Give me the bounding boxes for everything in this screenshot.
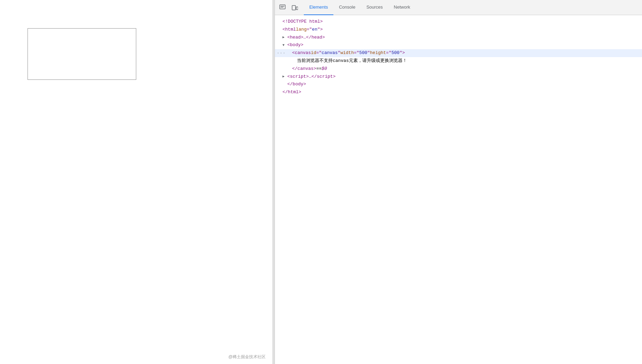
doctype-text: <!DOCTYPE html> — [282, 18, 323, 25]
dots-indicator: ··· — [277, 50, 286, 56]
device-toggle-button[interactable] — [289, 1, 301, 14]
html-attr-eq: =" — [307, 26, 312, 33]
html-close-line[interactable]: </html> — [275, 88, 642, 96]
script-tag: <script>…</script> — [287, 73, 335, 81]
body-tag: <body> — [287, 42, 303, 49]
triangle-head[interactable] — [282, 35, 287, 40]
canvas-close-tag: </canvas> — [292, 65, 316, 73]
head-line[interactable]: <head>…</head> — [275, 34, 642, 42]
canvas-dollar-ref: $0 — [322, 65, 327, 73]
canvas-eq1: =" — [316, 50, 322, 57]
body-line[interactable]: <body> — [275, 41, 642, 49]
tab-elements[interactable]: Elements — [304, 0, 333, 15]
canvas-id-close: " — [338, 50, 341, 57]
html-tag-open: <html — [282, 26, 296, 33]
canvas-text-line[interactable]: 当前浏览器不支持canvas元素，请升级或更换浏览器！ — [275, 57, 642, 65]
inspect-element-button[interactable] — [276, 1, 289, 14]
canvas-open-line[interactable]: ··· <canvas id="canvas" width="500" heig… — [275, 49, 642, 57]
canvas-fallback-text: 当前浏览器不支持canvas元素，请升级或更换浏览器！ — [297, 57, 407, 65]
canvas-tag-open: <canvas — [292, 50, 311, 57]
tab-console[interactable]: Console — [333, 0, 361, 15]
canvas-id-attr: id — [311, 50, 317, 57]
doctype-line[interactable]: <!DOCTYPE html> — [275, 18, 642, 26]
canvas-width-attr: width — [340, 50, 354, 57]
html-open-line[interactable]: <html lang="en"> — [275, 26, 642, 34]
devtools-tabs: Elements Console Sources Network — [304, 0, 416, 15]
devtools-toolbar: Elements Console Sources Network — [275, 0, 642, 15]
triangle-body[interactable] — [282, 43, 287, 48]
html-close-tag: </html> — [282, 89, 301, 96]
svg-rect-2 — [296, 7, 298, 10]
svg-rect-0 — [280, 5, 285, 9]
canvas-width-value: 500 — [359, 50, 367, 57]
browser-viewport: @稀土掘金技术社区 — [0, 0, 273, 364]
html-attr-value: en — [312, 26, 318, 33]
script-line[interactable]: <script>…</script> — [275, 73, 642, 81]
canvas-close-line[interactable]: </canvas> == $0 — [275, 65, 642, 73]
canvas-preview — [28, 28, 136, 80]
canvas-id-value: canvas — [322, 50, 338, 57]
devtools-panel: Elements Console Sources Network <!DOCTY… — [275, 0, 642, 364]
watermark: @稀土掘金技术社区 — [228, 354, 266, 360]
body-close-line[interactable]: </body> — [275, 81, 642, 88]
tab-network[interactable]: Network — [388, 0, 416, 15]
html-tag-close: "> — [317, 26, 323, 33]
canvas-height-value: 500 — [392, 50, 399, 57]
canvas-equals: == — [316, 65, 322, 73]
html-tree: <!DOCTYPE html> <html lang="en"> <head>…… — [275, 15, 642, 364]
triangle-script[interactable] — [282, 74, 287, 79]
tab-sources[interactable]: Sources — [361, 0, 388, 15]
html-attr-name: lang — [296, 26, 307, 33]
canvas-height-attr: height — [370, 50, 386, 57]
body-close-tag: </body> — [287, 81, 306, 88]
svg-rect-1 — [292, 6, 296, 10]
head-tag: <head>…</head> — [287, 34, 325, 41]
